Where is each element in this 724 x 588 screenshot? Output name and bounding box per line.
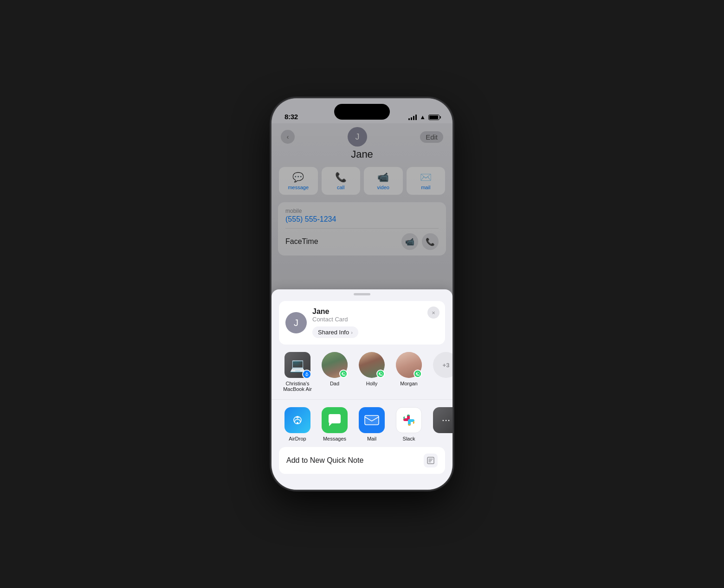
person-holly[interactable]: Holly [353,352,390,392]
share-sheet: J Jane Contact Card Shared Info › × [272,289,452,490]
slack-app-icon [396,407,422,433]
svg-point-0 [306,375,307,376]
messages-app-label: Messages [323,436,346,441]
more-avatar: +3 [433,352,452,378]
quick-note-row[interactable]: Add to New Quick Note [279,447,445,474]
holly-whatsapp-badge-icon [376,370,385,378]
app-airdrop[interactable]: AirDrop [279,407,316,441]
app-more[interactable]: ··· [427,407,452,441]
macbook-label: Christina'sMacBook Air [283,381,312,392]
morgan-label: Morgan [400,381,417,386]
shared-info-button[interactable]: Shared Info › [312,326,358,338]
share-contact-avatar: J [285,312,307,333]
share-contact-card: J Jane Contact Card Shared Info › × [279,301,445,345]
more-apps-icon: ··· [433,407,452,433]
close-button[interactable]: × [427,307,440,319]
airdrop-app-label: AirDrop [289,436,306,441]
person-dad[interactable]: Dad [316,352,353,392]
holly-label: Holly [366,381,377,386]
phone-frame: 8:32 ▲ ‹ J [272,98,452,490]
airdrop-app-icon [284,407,310,433]
signal-bars-icon [408,115,417,120]
person-macbook[interactable]: 💻 Christina'sMacBook Air [279,352,316,392]
status-icons: ▲ [408,114,440,121]
people-row: 💻 Christina'sMacBook Air [272,352,452,392]
svg-point-2 [297,422,298,424]
app-mail[interactable]: Mail [353,407,390,441]
phone-screen: 8:32 ▲ ‹ J [272,98,452,490]
share-contact-info: Jane Contact Card Shared Info › [312,307,439,338]
battery-icon [428,115,440,120]
mail-app-label: Mail [367,436,376,441]
close-icon: × [432,309,435,316]
chevron-right-icon: › [351,330,353,335]
status-time: 8:32 [284,113,298,121]
dynamic-island [334,104,390,120]
quick-note-label: Add to New Quick Note [286,456,363,465]
whatsapp-badge-icon [339,370,348,378]
share-contact-type: Contact Card [312,316,439,323]
apps-row: AirDrop Messages [272,407,452,441]
svg-rect-3 [365,415,379,425]
sheet-divider [272,399,452,400]
wifi-icon: ▲ [420,114,426,121]
sheet-handle [354,293,370,295]
share-contact-name: Jane [312,307,439,316]
airdrop-badge-icon [302,370,311,379]
slack-app-label: Slack [403,436,415,441]
person-morgan[interactable]: Morgan [390,352,427,392]
app-slack[interactable]: Slack [390,407,427,441]
mail-app-icon [359,407,385,433]
messages-app-icon [322,407,348,433]
app-messages[interactable]: Messages [316,407,353,441]
morgan-whatsapp-badge-icon [414,370,422,378]
person-more[interactable]: +3 [427,352,452,392]
dad-label: Dad [330,381,339,386]
quick-note-icon [424,454,438,467]
